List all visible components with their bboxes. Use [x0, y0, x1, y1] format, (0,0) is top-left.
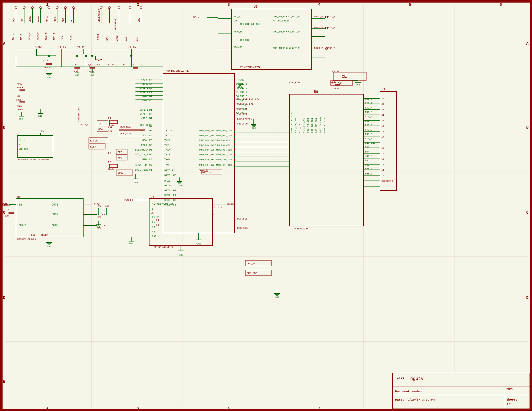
svg-text:C1: C1: [149, 169, 152, 171]
svg-text:DRXC- F5: DRXC- F5: [164, 174, 176, 177]
svg-text:TX C4: TX C4: [164, 129, 172, 132]
svg-point-500: [234, 131, 235, 133]
svg-text:C2: C2: [212, 206, 215, 209]
svg-text:MDP1: MDP1: [46, 16, 48, 22]
svg-text:SCL: SCL: [142, 134, 147, 137]
svg-text:DRX0_N: DRX0_N: [326, 26, 335, 29]
svg-text:+3.3V: +3.3V: [77, 46, 85, 48]
svg-text:V1P2: V1P2: [140, 113, 146, 116]
svg-text:Bridge: Bridge: [81, 123, 88, 126]
svg-text:DRX3-: DRX3-: [164, 180, 172, 182]
svg-text:VDD  GND: VDD GND: [19, 148, 28, 150]
svg-text:+1.8V: +1.8V: [37, 130, 44, 133]
svg-text:TMDS_D1+_SYSTMDS_D0+_CON: TMDS_D1+_SYSTMDS_D0+_CON: [199, 139, 230, 141]
svg-text:DRX1_P: DRX1_P: [326, 47, 335, 50]
svg-text:SCLK/MCLK: SCLK/MCLK: [135, 149, 148, 151]
svg-rect-222: [149, 199, 212, 245]
svg-text:B1  EN: B1 EN: [152, 216, 159, 219]
svg-text:3: 3: [228, 2, 230, 7]
svg-text:CL: CL: [141, 63, 144, 66]
svg-text:C3: C3: [149, 164, 152, 166]
svg-text:TMDS_CK-_SYS  TMDS_CK-_CON: TMDS_CK-_SYS TMDS_CK-_CON: [199, 164, 232, 166]
svg-text:GND_6: GND_6: [240, 95, 247, 98]
svg-text:C32: C32: [98, 216, 102, 218]
svg-text:TX1_H: TX1_H: [365, 115, 372, 118]
svg-text:TMDS_D0-_SYS  TMDS_D0-_CON: TMDS_D0-_SYS TMDS_D0-_CON: [199, 153, 232, 156]
svg-text:IN: IN: [19, 203, 22, 206]
svg-text:DRX0+ G3: DRX0+ G3: [164, 199, 176, 202]
svg-text:TPS61240YFFR: TPS61240YFFR: [153, 246, 173, 249]
svg-text:L4: L4: [97, 63, 100, 66]
svg-text:MC_N: MC_N: [12, 34, 15, 40]
svg-text:DRX0_P: DRX0_P: [314, 26, 323, 29]
svg-text:GND: GND: [134, 181, 138, 184]
svg-text:DDC_SCL: DDC_SCL: [237, 218, 248, 220]
svg-text:HOTPLUG_DET_SYS: HOTPLUG_DET_SYS: [237, 98, 259, 101]
svg-text:SDA: SDA: [365, 151, 370, 153]
svg-text:3: 3: [228, 407, 230, 411]
svg-text:P2: P2: [108, 152, 111, 155]
svg-text:TMDS_CK+_SYS  TMDS_CK+_CON: TMDS_CK+_SYS TMDS_CK+_CON: [199, 158, 232, 161]
svg-text:B6: B6: [236, 95, 239, 98]
svg-text:REV:: REV:: [506, 387, 514, 390]
svg-text:ADV7533BCBZ-RL: ADV7533BCBZ-RL: [166, 70, 189, 73]
svg-text:SCLK: SCLK: [90, 146, 96, 148]
svg-text:U5: U5: [254, 5, 257, 9]
svg-rect-423: [2, 2, 531, 410]
svg-text:CH2_IN_P  CH2_OUT_P: CH2_IN_P CH2_OUT_P: [273, 30, 300, 33]
svg-text:TX1-: TX1-: [164, 153, 170, 156]
svg-text:TMDS_D1-_SYSTMDS_D0-_CON: TMDS_D1-_SYSTMDS_D0-_CON: [199, 144, 230, 146]
svg-text:GND_7: GND_7: [240, 91, 247, 94]
svg-text:DRX2+: DRX2+: [164, 184, 172, 187]
svg-text:TX1+: TX1+: [164, 149, 170, 151]
svg-text:1A: 1A: [381, 174, 384, 177]
svg-text:18: 18: [381, 130, 384, 133]
svg-text:J1: J1: [381, 87, 385, 91]
svg-text:GND: GND: [129, 242, 134, 245]
svg-text:A2: A2: [152, 231, 155, 233]
svg-text:-RJ: -RJ: [365, 159, 369, 162]
svg-text:A: A: [526, 41, 529, 46]
svg-text:MD0_P: MD0_P: [37, 32, 39, 40]
svg-text:C4: C4: [149, 158, 152, 161]
svg-text:+: +: [212, 213, 214, 216]
svg-text:E6: E6: [149, 134, 152, 137]
svg-text:A1: A1: [234, 20, 237, 22]
svg-text:MD0_N: MD0_N: [28, 32, 31, 40]
svg-text:ngptv: ngptv: [410, 376, 423, 381]
svg-text:10uF: 10uF: [5, 215, 10, 217]
svg-text:PD: PD: [144, 164, 147, 166]
svg-text:E3: E3: [149, 113, 152, 116]
svg-text:MDN0: MDN0: [37, 16, 40, 22]
svg-text:21: 21: [381, 114, 384, 116]
svg-text:GND: GND: [252, 127, 256, 129]
svg-text:SPDIF: SPDIF: [118, 172, 125, 174]
svg-text:IP4786CZ32S: IP4786CZ32S: [292, 227, 308, 230]
svg-text:CEC_CLK_I: CEC_CLK_I: [135, 153, 148, 156]
svg-text:disable CEC: disable CEC: [77, 107, 80, 122]
svg-text:MC_P: MC_P: [20, 34, 23, 40]
svg-text:HPD: HPD: [118, 157, 122, 159]
svg-text:L5: L5: [111, 63, 114, 66]
svg-text:TMDS_D2+_SYS  TMDS_D2+_CON: TMDS_D2+_SYS TMDS_D2+_CON: [199, 129, 232, 132]
svg-text:9/19/17 3:59 PM: 9/19/17 3:59 PM: [408, 398, 435, 401]
svg-text:DRXC_P: DRXC_P: [314, 15, 323, 18]
svg-text:SPDIF/I2S: SPDIF/I2S: [135, 169, 148, 171]
svg-text:SDA: SDA: [108, 130, 113, 133]
svg-text:D3: D3: [149, 149, 152, 151]
svg-text:MC_P: MC_P: [234, 15, 240, 18]
svg-text:5: 5: [409, 2, 411, 7]
svg-rect-347: [109, 120, 118, 124]
svg-text:100nF: 100nF: [16, 108, 23, 111]
svg-text:INT: INT: [98, 123, 103, 125]
svg-text:1: 1: [46, 407, 48, 411]
svg-text:MDP0: MDP0: [29, 16, 32, 22]
svg-text:OUT3: OUT3: [52, 224, 58, 227]
svg-text:SPDIF: SPDIF: [116, 34, 118, 41]
svg-text:B: B: [526, 125, 529, 130]
svg-text:GND: GND: [275, 296, 279, 298]
svg-text:Date:: Date:: [395, 398, 404, 401]
svg-text:MCP: MCP: [21, 18, 24, 22]
svg-text:100nF: 100nF: [332, 87, 339, 90]
svg-text:2: 2: [137, 2, 139, 7]
